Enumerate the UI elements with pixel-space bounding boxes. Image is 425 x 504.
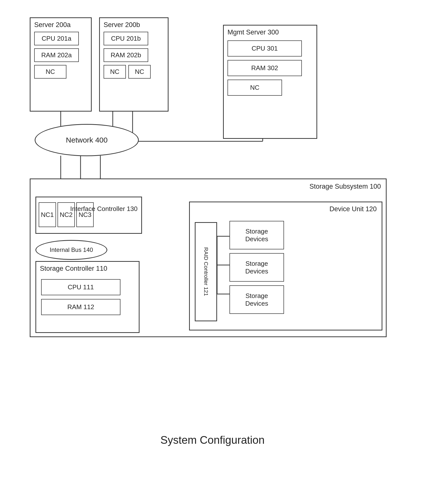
nc1-200b: NC [104,65,126,79]
raid-controller-121: RAID Controller 121 [195,222,217,321]
storage-subsystem-label: Storage Subsystem 100 [310,182,381,191]
ram-112: RAM 112 [41,299,120,315]
network-400: Network 400 [35,124,139,156]
server-200b: Server 200b CPU 201b RAM 202b NC NC [99,17,169,112]
interface-controller-label: Interface Controller 130 [70,204,138,213]
nc2-200b: NC [128,65,151,79]
cpu-201a: CPU 201a [34,32,79,45]
storage-device-3: StorageDevices [229,285,284,314]
device-unit-label: Device Unit 120 [329,205,377,213]
ram-302: RAM 302 [227,60,302,76]
mgmt-server-label: Mgmt Server 300 [227,29,279,36]
server-200a: Server 200a CPU 201a RAM 202a NC [30,17,92,112]
cpu-201b: CPU 201b [104,32,148,45]
storage-controller-110: Storage Controller 110 CPU 111 RAM 112 [35,261,140,333]
internal-bus-140: Internal Bus 140 [35,240,107,260]
system-configuration-caption: System Configuration [15,434,410,446]
storage-subsystem-100: Storage Subsystem 100 NC1 NC2 NC3 Interf… [30,178,387,337]
ram-202b: RAM 202b [104,48,148,62]
device-unit-120: Device Unit 120 RAID Controller 121 Stor… [189,202,382,330]
cpu-301: CPU 301 [227,40,302,57]
mgmt-server-300: Mgmt Server 300 CPU 301 RAM 302 NC [223,25,317,139]
storage-controller-label: Storage Controller 110 [40,265,107,272]
nc-200a: NC [34,65,66,79]
ram-202a: RAM 202a [34,48,79,62]
server-200b-label: Server 200b [104,21,140,29]
storage-devices-column: StorageDevices StorageDevices StorageDev… [229,221,284,314]
interface-controller-130: NC1 NC2 NC3 Interface Controller 130 [35,197,142,234]
cpu-111: CPU 111 [41,279,120,295]
storage-device-2: StorageDevices [229,253,284,282]
nc1: NC1 [39,202,56,227]
diagram-container: Server 200a CPU 201a RAM 202a NC Server … [15,10,410,461]
nc-300: NC [227,80,282,96]
server-200a-label: Server 200a [34,21,71,29]
storage-device-1: StorageDevices [229,221,284,249]
